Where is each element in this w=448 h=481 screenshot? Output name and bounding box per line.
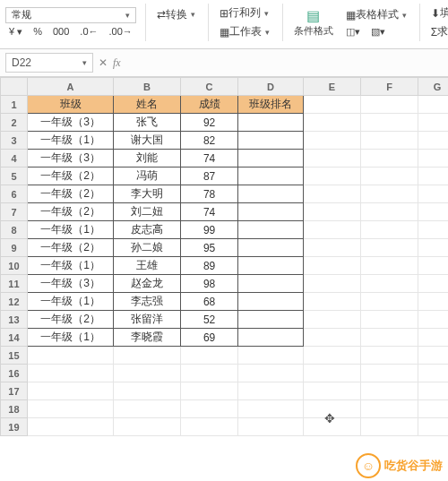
row-header[interactable]: 8 [1,221,28,239]
data-cell[interactable]: 孙二娘 [114,239,181,257]
data-cell[interactable] [418,150,448,167]
row-header[interactable]: 18 [1,400,28,418]
data-cell[interactable]: 一年级（1） [27,221,113,239]
data-cell[interactable] [361,365,418,382]
row-header[interactable]: 14 [1,329,28,347]
data-cell[interactable]: 王雄 [114,257,181,275]
data-cell[interactable] [27,347,113,365]
number-format-selector[interactable]: 常规 ▾ [5,7,136,23]
data-cell[interactable] [27,365,113,382]
data-cell[interactable] [238,221,304,239]
data-cell[interactable] [418,114,448,132]
data-cell[interactable]: 班级排名 [238,96,304,114]
data-cell[interactable] [238,239,304,257]
percent-button[interactable]: % [30,25,46,39]
data-cell[interactable]: 冯萌 [114,167,181,185]
data-cell[interactable] [361,96,418,114]
data-cell[interactable] [114,347,181,365]
worksheet-button[interactable]: ▦ 工作表 ▾ [216,23,273,40]
data-cell[interactable]: 52 [181,311,238,329]
data-cell[interactable] [238,293,304,311]
data-cell[interactable] [361,329,418,347]
data-cell[interactable] [238,347,304,365]
row-header[interactable]: 10 [1,257,28,275]
data-cell[interactable] [181,382,238,400]
data-cell[interactable] [238,382,304,400]
data-cell[interactable] [361,400,418,418]
data-cell[interactable] [238,114,304,132]
data-cell[interactable] [361,185,418,203]
data-cell[interactable] [181,365,238,382]
data-cell[interactable] [361,239,418,257]
data-cell[interactable]: 李志强 [114,293,181,311]
data-cell[interactable] [361,311,418,329]
data-cell[interactable] [238,418,304,436]
data-cell[interactable] [361,132,418,150]
data-cell[interactable]: 一年级（1） [27,257,113,275]
data-cell[interactable] [303,418,360,436]
row-header[interactable]: 17 [1,382,28,400]
col-header[interactable]: C [181,78,238,96]
data-cell[interactable] [361,150,418,167]
data-cell[interactable]: 刘二妞 [114,203,181,221]
data-cell[interactable]: 一年级（2） [27,311,113,329]
data-cell[interactable] [238,257,304,275]
data-cell[interactable] [418,365,448,382]
data-cell[interactable]: 成绩 [181,96,238,114]
data-cell[interactable] [303,347,360,365]
data-cell[interactable] [303,329,360,347]
data-cell[interactable] [418,96,448,114]
data-cell[interactable]: 95 [181,239,238,257]
row-header[interactable]: 13 [1,311,28,329]
data-cell[interactable] [238,365,304,382]
cancel-icon[interactable]: ✕ [99,56,108,69]
data-cell[interactable]: 刘能 [114,150,181,167]
row-header[interactable]: 19 [1,418,28,436]
row-header[interactable]: 7 [1,203,28,221]
cell-styles-button[interactable]: ▧▾ [367,25,389,39]
data-cell[interactable]: 一年级（3） [27,275,113,293]
data-cell[interactable] [181,418,238,436]
data-cell[interactable] [303,150,360,167]
data-cell[interactable] [303,365,360,382]
decrease-decimal-button[interactable]: .0← [76,25,101,39]
data-cell[interactable] [238,275,304,293]
data-cell[interactable] [303,400,360,418]
data-cell[interactable]: 张飞 [114,114,181,132]
data-cell[interactable] [418,239,448,257]
data-cell[interactable] [418,132,448,150]
data-cell[interactable] [238,400,304,418]
data-cell[interactable] [418,382,448,400]
data-cell[interactable]: 李晓霞 [114,329,181,347]
format-cells-button[interactable]: ◫▾ [342,25,364,39]
rowscols-button[interactable]: ⊞ 行和列 ▾ [216,4,273,21]
data-cell[interactable]: 82 [181,132,238,150]
data-cell[interactable]: 班级 [27,96,113,114]
row-header[interactable]: 4 [1,150,28,167]
data-cell[interactable]: 一年级（3） [27,150,113,167]
data-cell[interactable] [303,275,360,293]
fill-button[interactable]: ⬇ 填充 ▾ [427,4,448,21]
data-cell[interactable] [361,167,418,185]
data-cell[interactable] [418,329,448,347]
data-cell[interactable] [361,418,418,436]
data-cell[interactable] [27,400,113,418]
select-all-corner[interactable] [1,78,28,96]
data-cell[interactable]: 98 [181,275,238,293]
data-cell[interactable] [114,400,181,418]
row-header[interactable]: 3 [1,132,28,150]
data-cell[interactable] [361,275,418,293]
data-cell[interactable]: 78 [181,185,238,203]
data-cell[interactable] [361,382,418,400]
data-cell[interactable]: 李大明 [114,185,181,203]
data-cell[interactable] [181,347,238,365]
data-cell[interactable] [114,418,181,436]
sum-button[interactable]: Σ 求和 ▾ [427,23,448,40]
data-cell[interactable]: 一年级（1） [27,293,113,311]
data-cell[interactable] [238,311,304,329]
data-cell[interactable] [303,221,360,239]
data-cell[interactable] [114,365,181,382]
row-header[interactable]: 5 [1,167,28,185]
col-header[interactable]: A [27,78,113,96]
row-header[interactable]: 11 [1,275,28,293]
